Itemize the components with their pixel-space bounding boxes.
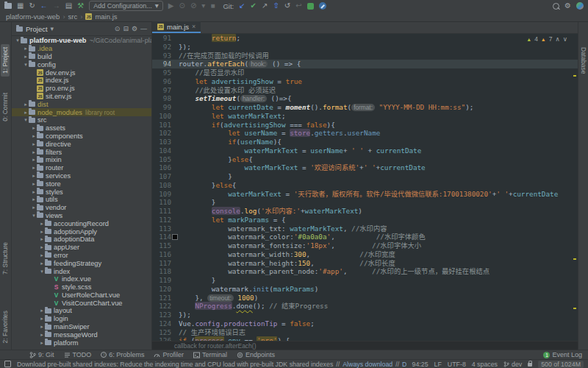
code-line-99[interactable]: 99 let currentDate = moment().format(for… [152,103,578,112]
run-config-icon[interactable]: ▤ [65,2,72,10]
tree-item-router[interactable]: ▸router [12,164,151,172]
tree-item-dist[interactable]: ▸dist [12,100,151,108]
line-number[interactable]: 91 [152,34,171,43]
tool-button-git[interactable]: 9: Git [29,351,54,358]
tree-item-components[interactable]: ▸components [12,132,151,141]
tree-item-platform[interactable]: ▸platform [12,339,151,347]
code-line-91[interactable]: 91 return; [152,34,578,43]
chevron-collapsed-icon[interactable]: ▸ [31,157,37,163]
line-number[interactable]: 93 [152,52,171,60]
code-line-125[interactable]: 125// 生产环境错误日志 [152,328,578,337]
breadcrumb-src[interactable]: src [68,13,78,21]
tree-item-index.vue[interactable]: Vindex.vue [12,275,151,283]
tree-item-vendor[interactable]: ▸vendor [12,204,151,212]
chevron-collapsed-icon[interactable]: ▸ [39,316,45,322]
toolbar-plugin-icon[interactable] [319,2,326,10]
chevron-collapsed-icon[interactable]: ▸ [23,110,29,116]
tool-tab-project[interactable]: 1: Project [1,44,10,77]
code-line-122[interactable]: 122 NProgress.done(); // 结束Progress [152,302,578,311]
line-number[interactable]: 95 [152,68,171,77]
tree-item-utils[interactable]: ▸utils [12,196,151,204]
line-number[interactable]: 98 [152,94,171,103]
line-number[interactable]: 124 [152,319,171,328]
color-preview-swatch[interactable] [171,233,179,241]
line-number[interactable]: 104 [152,146,171,155]
chevron-expanded-icon[interactable]: ▾ [15,38,21,43]
tree-item-build[interactable]: ▸build [12,53,151,61]
tree-item-mixin[interactable]: ▸mixin [12,156,151,164]
tool-tab-favorites[interactable]: 2: Favorites [1,308,10,346]
open-file-icon[interactable] [4,3,12,9]
tool-button-endpoints[interactable]: Endpoints [237,351,275,358]
code-line-92[interactable]: 92}); [152,43,578,52]
chevron-expanded-icon[interactable]: ▾ [23,62,29,68]
inspection-widget[interactable]: ▲ 4 ▲ 7 ∧ ∨ [526,35,567,44]
lock-icon[interactable] [528,363,532,367]
line-number[interactable]: 110 [152,198,171,207]
tree-item-store[interactable]: ▸store [12,180,151,188]
panel-settings-icon[interactable]: ⚙ [132,25,137,32]
code-line-103[interactable]: 103 if(userName){ [152,138,578,146]
editor-tab-mainjs[interactable]: JS main.js × [152,21,201,33]
code-line-123[interactable]: 123}); [152,311,578,319]
caret-position[interactable]: 94:25 [412,361,429,368]
line-number[interactable]: 121 [152,294,171,302]
tool-button-profiler[interactable]: Profiler [154,351,184,358]
chevron-collapsed-icon[interactable]: ▸ [39,324,45,330]
tree-item-services[interactable]: ▸services [12,172,151,180]
code-line-119[interactable]: 119 } [152,276,578,285]
chevron-collapsed-icon[interactable]: ▸ [31,189,37,195]
hide-panel-icon[interactable]: — [140,25,147,32]
search-icon[interactable] [553,3,559,10]
tree-item-accountingRecord[interactable]: ▸accountingRecord [12,219,151,227]
chevron-collapsed-icon[interactable]: ▸ [39,236,45,242]
chevron-expanded-icon[interactable]: ▾ [31,213,37,219]
code-line-95[interactable]: 95 //是否显示水印 [152,68,578,77]
line-number[interactable]: 118 [152,267,171,276]
project-view-dropdown-icon[interactable]: ▾ [51,25,54,32]
chevron-collapsed-icon[interactable]: ▸ [31,141,37,147]
error-stripe[interactable] [573,34,576,341]
code-editor[interactable]: ▲ 4 ▲ 7 ∧ ∨ 91 return;92});93//在完成页面加载的时… [152,34,578,341]
next-warning-icon[interactable]: ∨ [563,35,567,44]
tree-item-views[interactable]: ▾views [12,212,151,220]
code-line-116[interactable]: 116 watermark_width:300, //水印宽度 [152,250,578,259]
tree-item-platform-vue-web[interactable]: ▾platform-vue-web~/GitCode/animal-platfo… [12,37,151,45]
code-line-94[interactable]: 94router.afterEach(hook: () => { [152,60,578,68]
chevron-collapsed-icon[interactable]: ▸ [39,229,45,235]
tool-button-todo[interactable]: TODO [64,351,92,358]
line-number[interactable]: 96 [152,77,171,86]
chevron-collapsed-icon[interactable]: ▸ [23,102,29,107]
chevron-collapsed-icon[interactable]: ▸ [23,46,29,52]
chevron-collapsed-icon[interactable]: ▸ [39,340,45,346]
file-encoding[interactable]: UTF-8 [448,361,466,368]
line-number[interactable]: 109 [152,190,171,199]
code-line-124[interactable]: 124Vue.config.productionTip = false; [152,319,578,328]
code-line-101[interactable]: 101 if(advertisingShow === false){ [152,121,578,130]
code-line-114[interactable]: 114 watermark_color:'#0a0a0a', //水印字体颜色 [152,233,578,241]
code-line-105[interactable]: 105 }else{ [152,155,578,164]
build-hammer-icon[interactable]: ⚒ [77,2,84,10]
line-number[interactable]: 111 [152,207,171,216]
local-history-icon[interactable]: ↺ [284,2,290,10]
locate-file-icon[interactable]: ⊙ [115,25,121,32]
save-all-icon[interactable]: ▦ [17,2,24,10]
code-line-113[interactable]: 113 watermark_txt: waterMarkText, //水印内容 [152,224,578,233]
tree-item-feedingStrategy[interactable]: ▸feedingStrategy [12,259,151,267]
tree-item-.idea[interactable]: ▸.idea [12,45,151,53]
chevron-collapsed-icon[interactable]: ▸ [31,165,37,171]
chevron-collapsed-icon[interactable]: ▸ [39,332,45,338]
line-number[interactable]: 106 [152,163,171,172]
line-number[interactable]: 115 [152,241,171,250]
chevron-collapsed-icon[interactable]: ▸ [31,149,37,155]
tool-tab-structure[interactable]: 7: Structure [1,239,10,277]
line-number[interactable]: 92 [152,43,171,52]
code-line-112[interactable]: 112 let markParams = { [152,216,578,224]
tree-item-mainSwiper[interactable]: ▸mainSwiper [12,323,151,331]
settings-gear-icon[interactable]: ⚙ [564,2,571,10]
git-branch-widget[interactable]: dev [503,361,522,368]
code-line-109[interactable]: 109 waterMarkText = '天行歌者，版权所有。软件/毕设代做微信… [152,190,578,199]
code-line-102[interactable]: 102 let userName = store.getters.userNam… [152,129,578,138]
code-line-97[interactable]: 97 //此处设置水印 必须延迟 [152,86,578,95]
tree-item-dev.env.js[interactable]: JSdev.env.js [12,68,151,77]
